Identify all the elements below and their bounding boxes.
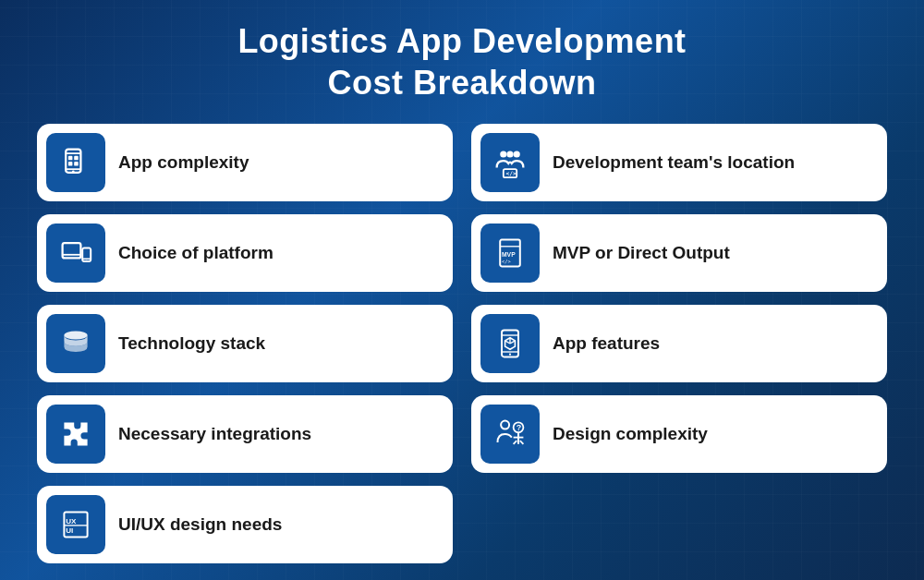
svg-text:</>: </>: [502, 259, 511, 264]
app-complexity-label: App complexity: [118, 152, 249, 174]
card-app-features: App features: [471, 305, 887, 382]
app-complexity-icon: [46, 133, 105, 192]
svg-text:UI: UI: [66, 526, 73, 535]
svg-rect-4: [74, 156, 79, 161]
svg-point-7: [72, 171, 75, 174]
technology-stack-icon: [46, 314, 105, 373]
integrations-icon: [46, 405, 105, 464]
card-mvp: MVP </> MVP or Direct Output: [471, 214, 887, 292]
technology-stack-label: Technology stack: [118, 333, 265, 355]
mvp-label: MVP or Direct Output: [553, 243, 730, 264]
choice-platform-label: Choice of platform: [118, 243, 274, 264]
design-complexity-label: Design complexity: [553, 424, 708, 445]
svg-text:</>: </>: [506, 170, 517, 176]
svg-text:MVP: MVP: [502, 251, 516, 258]
svg-point-18: [500, 151, 506, 157]
page-title: Logistics App Development Cost Breakdown: [37, 20, 887, 103]
card-integrations: Necessary integrations: [37, 395, 453, 473]
card-app-complexity: App complexity: [37, 124, 453, 201]
card-dev-team: </> Development team's location: [471, 124, 887, 201]
svg-point-34: [509, 354, 511, 356]
svg-line-40: [514, 441, 517, 444]
dev-team-label: Development team's location: [553, 152, 795, 174]
left-column: App complexity Choice of platform: [37, 124, 453, 563]
card-design-complexity: ? Design complexity: [471, 395, 887, 473]
card-ux-design: UX UI UI/UX design needs: [37, 486, 453, 563]
main-content: Logistics App Development Cost Breakdown: [0, 0, 924, 573]
svg-text:UX: UX: [66, 517, 77, 526]
svg-rect-8: [63, 243, 81, 258]
card-choice-platform: Choice of platform: [37, 214, 453, 292]
svg-rect-5: [68, 162, 73, 166]
mvp-icon: MVP </>: [480, 224, 540, 283]
svg-point-20: [506, 151, 513, 157]
svg-text:?: ?: [517, 423, 522, 432]
app-features-icon: [480, 314, 540, 373]
svg-rect-3: [68, 156, 73, 161]
svg-point-19: [514, 151, 520, 157]
items-grid: App complexity Choice of platform: [37, 124, 887, 563]
svg-point-12: [86, 260, 88, 262]
svg-point-35: [501, 421, 509, 429]
svg-rect-6: [74, 162, 79, 166]
integrations-label: Necessary integrations: [118, 424, 311, 445]
svg-point-13: [64, 332, 87, 340]
right-column: </> Development team's location MVP </> …: [471, 124, 887, 563]
svg-line-41: [520, 441, 524, 444]
design-complexity-icon: ?: [480, 405, 540, 464]
ux-design-label: UI/UX design needs: [118, 514, 282, 536]
dev-team-icon: </>: [480, 133, 540, 192]
card-technology-stack: Technology stack: [37, 305, 453, 382]
ux-design-icon: UX UI: [46, 495, 105, 554]
choice-platform-icon: [46, 224, 105, 283]
app-features-label: App features: [553, 333, 660, 355]
